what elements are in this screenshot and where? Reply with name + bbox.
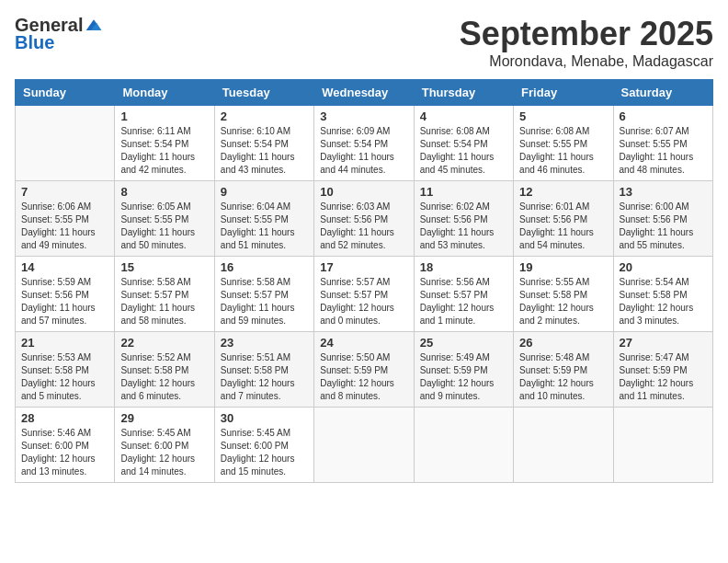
calendar-cell: 19Sunrise: 5:55 AM Sunset: 5:58 PM Dayli… — [514, 257, 613, 332]
cell-content: Sunrise: 6:00 AM Sunset: 5:56 PM Dayligh… — [620, 201, 707, 252]
day-number: 9 — [221, 185, 308, 199]
calendar-cell: 5Sunrise: 6:08 AM Sunset: 5:55 PM Daylig… — [514, 106, 613, 181]
location-title: Morondava, Menabe, Madagascar — [460, 53, 713, 70]
weekday-header-saturday: Saturday — [613, 80, 712, 106]
cell-content: Sunrise: 6:06 AM Sunset: 5:55 PM Dayligh… — [21, 201, 108, 252]
calendar-cell: 1Sunrise: 6:11 AM Sunset: 5:54 PM Daylig… — [115, 106, 214, 181]
calendar-cell: 18Sunrise: 5:56 AM Sunset: 5:57 PM Dayli… — [414, 257, 513, 332]
cell-content: Sunrise: 6:11 AM Sunset: 5:54 PM Dayligh… — [120, 125, 208, 177]
cell-content: Sunrise: 6:09 AM Sunset: 5:54 PM Dayligh… — [320, 125, 407, 177]
cell-content: Sunrise: 5:45 AM Sunset: 6:00 PM Dayligh… — [221, 427, 308, 478]
calendar-cell: 9Sunrise: 6:04 AM Sunset: 5:55 PM Daylig… — [214, 181, 313, 257]
weekday-header-sunday: Sunday — [16, 80, 115, 106]
calendar-cell: 6Sunrise: 6:07 AM Sunset: 5:55 PM Daylig… — [613, 106, 712, 181]
calendar-cell: 20Sunrise: 5:54 AM Sunset: 5:58 PM Dayli… — [613, 257, 712, 332]
calendar-cell: 8Sunrise: 6:05 AM Sunset: 5:55 PM Daylig… — [115, 181, 214, 257]
calendar-week-row: 28Sunrise: 5:46 AM Sunset: 6:00 PM Dayli… — [16, 408, 713, 483]
calendar-cell: 24Sunrise: 5:50 AM Sunset: 5:59 PM Dayli… — [314, 332, 414, 408]
calendar-cell: 29Sunrise: 5:45 AM Sunset: 6:00 PM Dayli… — [115, 408, 214, 483]
calendar-week-row: 21Sunrise: 5:53 AM Sunset: 5:58 PM Dayli… — [16, 332, 713, 408]
page-header: General Blue September 2025 Morondava, M… — [15, 15, 713, 70]
calendar-cell: 27Sunrise: 5:47 AM Sunset: 5:59 PM Dayli… — [613, 332, 712, 408]
cell-content: Sunrise: 6:03 AM Sunset: 5:56 PM Dayligh… — [320, 201, 407, 252]
day-number: 21 — [21, 336, 108, 350]
calendar-cell: 13Sunrise: 6:00 AM Sunset: 5:56 PM Dayli… — [613, 181, 712, 257]
calendar-week-row: 7Sunrise: 6:06 AM Sunset: 5:55 PM Daylig… — [16, 181, 713, 257]
cell-content: Sunrise: 5:50 AM Sunset: 5:59 PM Dayligh… — [320, 351, 407, 403]
cell-content: Sunrise: 5:54 AM Sunset: 5:58 PM Dayligh… — [620, 276, 707, 327]
cell-content: Sunrise: 5:48 AM Sunset: 5:59 PM Dayligh… — [519, 351, 607, 403]
calendar-table: SundayMondayTuesdayWednesdayThursdayFrid… — [15, 79, 713, 483]
day-number: 20 — [620, 260, 707, 274]
cell-content: Sunrise: 5:56 AM Sunset: 5:57 PM Dayligh… — [420, 276, 507, 327]
calendar-cell: 3Sunrise: 6:09 AM Sunset: 5:54 PM Daylig… — [314, 106, 414, 181]
calendar-cell: 10Sunrise: 6:03 AM Sunset: 5:56 PM Dayli… — [314, 181, 414, 257]
calendar-cell — [414, 408, 513, 483]
day-number: 11 — [420, 185, 507, 199]
weekday-header-monday: Monday — [115, 80, 214, 106]
day-number: 30 — [221, 411, 308, 425]
cell-content: Sunrise: 5:47 AM Sunset: 5:59 PM Dayligh… — [620, 351, 707, 403]
calendar-cell — [314, 408, 414, 483]
cell-content: Sunrise: 5:52 AM Sunset: 5:58 PM Dayligh… — [120, 351, 208, 403]
day-number: 15 — [120, 260, 208, 274]
calendar-cell: 14Sunrise: 5:59 AM Sunset: 5:56 PM Dayli… — [16, 257, 115, 332]
day-number: 27 — [620, 336, 707, 350]
cell-content: Sunrise: 5:58 AM Sunset: 5:57 PM Dayligh… — [120, 276, 208, 327]
day-number: 10 — [320, 185, 407, 199]
cell-content: Sunrise: 5:53 AM Sunset: 5:58 PM Dayligh… — [21, 351, 108, 403]
logo-icon — [85, 17, 103, 35]
day-number: 14 — [21, 260, 108, 274]
cell-content: Sunrise: 6:08 AM Sunset: 5:54 PM Dayligh… — [420, 125, 507, 177]
calendar-cell — [514, 408, 613, 483]
calendar-cell: 26Sunrise: 5:48 AM Sunset: 5:59 PM Dayli… — [514, 332, 613, 408]
calendar-cell: 16Sunrise: 5:58 AM Sunset: 5:57 PM Dayli… — [214, 257, 313, 332]
logo: General Blue — [15, 15, 103, 53]
weekday-header-wednesday: Wednesday — [314, 80, 414, 106]
calendar-cell: 15Sunrise: 5:58 AM Sunset: 5:57 PM Dayli… — [115, 257, 214, 332]
day-number: 1 — [120, 109, 208, 123]
day-number: 8 — [120, 185, 208, 199]
calendar-cell: 11Sunrise: 6:02 AM Sunset: 5:56 PM Dayli… — [414, 181, 513, 257]
weekday-header-thursday: Thursday — [414, 80, 513, 106]
month-title: September 2025 — [460, 15, 713, 53]
cell-content: Sunrise: 5:55 AM Sunset: 5:58 PM Dayligh… — [519, 276, 607, 327]
cell-content: Sunrise: 6:10 AM Sunset: 5:54 PM Dayligh… — [221, 125, 308, 177]
day-number: 6 — [620, 109, 707, 123]
weekday-header-friday: Friday — [514, 80, 613, 106]
day-number: 13 — [620, 185, 707, 199]
day-number: 19 — [519, 260, 607, 274]
calendar-cell: 25Sunrise: 5:49 AM Sunset: 5:59 PM Dayli… — [414, 332, 513, 408]
cell-content: Sunrise: 5:46 AM Sunset: 6:00 PM Dayligh… — [21, 427, 108, 478]
day-number: 24 — [320, 336, 407, 350]
cell-content: Sunrise: 5:57 AM Sunset: 5:57 PM Dayligh… — [320, 276, 407, 327]
calendar-cell: 22Sunrise: 5:52 AM Sunset: 5:58 PM Dayli… — [115, 332, 214, 408]
cell-content: Sunrise: 6:08 AM Sunset: 5:55 PM Dayligh… — [519, 125, 607, 177]
calendar-cell: 2Sunrise: 6:10 AM Sunset: 5:54 PM Daylig… — [214, 106, 313, 181]
weekday-header-row: SundayMondayTuesdayWednesdayThursdayFrid… — [16, 80, 713, 106]
day-number: 28 — [21, 411, 108, 425]
calendar-cell: 4Sunrise: 6:08 AM Sunset: 5:54 PM Daylig… — [414, 106, 513, 181]
calendar-week-row: 1Sunrise: 6:11 AM Sunset: 5:54 PM Daylig… — [16, 106, 713, 181]
cell-content: Sunrise: 6:02 AM Sunset: 5:56 PM Dayligh… — [420, 201, 507, 252]
day-number: 5 — [519, 109, 607, 123]
day-number: 18 — [420, 260, 507, 274]
day-number: 12 — [519, 185, 607, 199]
calendar-cell: 21Sunrise: 5:53 AM Sunset: 5:58 PM Dayli… — [16, 332, 115, 408]
cell-content: Sunrise: 6:05 AM Sunset: 5:55 PM Dayligh… — [120, 201, 208, 252]
calendar-week-row: 14Sunrise: 5:59 AM Sunset: 5:56 PM Dayli… — [16, 257, 713, 332]
calendar-cell: 12Sunrise: 6:01 AM Sunset: 5:56 PM Dayli… — [514, 181, 613, 257]
day-number: 4 — [420, 109, 507, 123]
title-section: September 2025 Morondava, Menabe, Madaga… — [460, 15, 713, 70]
day-number: 23 — [221, 336, 308, 350]
calendar-cell: 28Sunrise: 5:46 AM Sunset: 6:00 PM Dayli… — [16, 408, 115, 483]
weekday-header-tuesday: Tuesday — [214, 80, 313, 106]
day-number: 25 — [420, 336, 507, 350]
calendar-cell: 17Sunrise: 5:57 AM Sunset: 5:57 PM Dayli… — [314, 257, 414, 332]
day-number: 29 — [120, 411, 208, 425]
day-number: 16 — [221, 260, 308, 274]
day-number: 22 — [120, 336, 208, 350]
day-number: 2 — [221, 109, 308, 123]
logo-blue-text: Blue — [15, 32, 54, 53]
cell-content: Sunrise: 5:51 AM Sunset: 5:58 PM Dayligh… — [221, 351, 308, 403]
